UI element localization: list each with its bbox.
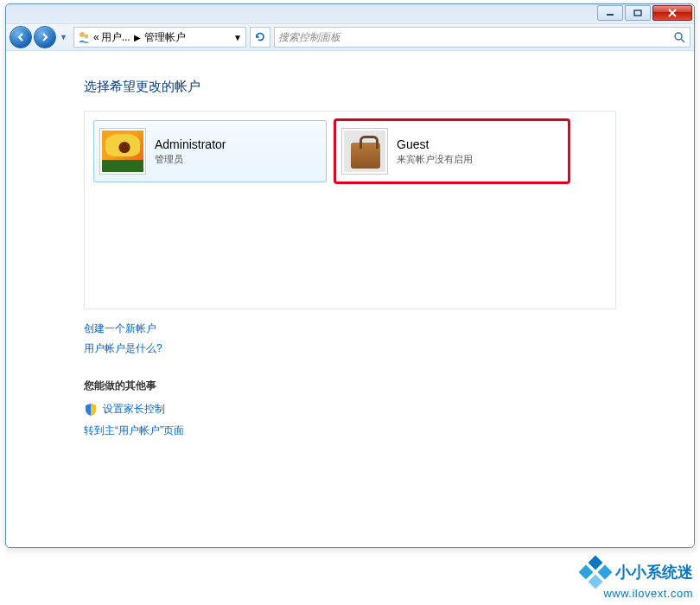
svg-point-2 — [80, 32, 85, 37]
watermark-logo: 小小系统迷 — [581, 557, 693, 587]
svg-rect-0 — [607, 14, 614, 16]
breadcrumb-item-2[interactable]: 管理帐户 — [144, 30, 186, 45]
shield-icon — [84, 403, 98, 417]
watermark-title: 小小系统迷 — [615, 562, 693, 583]
content-area: 选择希望更改的帐户 Administrator 管理员 Guest 来宾帐户没有… — [6, 51, 694, 461]
primary-links: 创建一个新帐户 用户帐户是什么? — [84, 322, 616, 356]
user-accounts-icon — [76, 29, 92, 45]
breadcrumb-sep-icon: ▶ — [132, 33, 143, 42]
svg-line-5 — [681, 39, 684, 42]
account-role: 来宾帐户没有启用 — [397, 153, 473, 166]
watermark-url: www.ilovext.com — [581, 587, 693, 600]
history-dropdown[interactable]: ▼ — [60, 33, 70, 41]
close-button[interactable] — [652, 5, 692, 21]
account-guest[interactable]: Guest 来宾帐户没有启用 — [335, 120, 569, 182]
page-heading: 选择希望更改的帐户 — [84, 79, 616, 95]
link-what-is-account[interactable]: 用户帐户是什么? — [84, 341, 616, 356]
watermark-diamond-icon — [581, 557, 610, 587]
forward-button[interactable] — [34, 26, 56, 48]
account-name: Guest — [397, 137, 473, 151]
account-picture — [341, 128, 388, 175]
search-input[interactable]: 搜索控制面板 — [274, 27, 690, 48]
control-panel-window: ▼ « 用户... ▶ 管理帐户 ▼ 搜索控制面板 选择希望更改的帐户 — [5, 3, 695, 548]
account-administrator[interactable]: Administrator 管理员 — [93, 120, 327, 182]
other-actions-label: 您能做的其他事 — [84, 379, 616, 393]
breadcrumb-item-1[interactable]: 用户... — [101, 30, 130, 45]
search-placeholder: 搜索控制面板 — [278, 30, 340, 45]
watermark: 小小系统迷 www.ilovext.com — [581, 557, 693, 600]
account-name: Administrator — [155, 137, 226, 151]
link-parental-controls[interactable]: 设置家长控制 — [103, 402, 165, 417]
titlebar — [6, 4, 694, 23]
account-text: Administrator 管理员 — [155, 137, 226, 166]
flower-icon — [102, 131, 143, 172]
suitcase-icon — [344, 131, 385, 172]
navigation-bar: ▼ « 用户... ▶ 管理帐户 ▼ 搜索控制面板 — [6, 23, 694, 51]
account-text: Guest 来宾帐户没有启用 — [397, 137, 473, 166]
account-role: 管理员 — [155, 153, 226, 166]
svg-point-3 — [85, 35, 89, 39]
minimize-button[interactable] — [597, 5, 623, 21]
search-icon — [672, 30, 686, 44]
link-create-account[interactable]: 创建一个新帐户 — [84, 322, 616, 336]
back-button[interactable] — [10, 26, 32, 48]
parental-controls-row: 设置家长控制 — [84, 402, 616, 417]
refresh-button[interactable] — [250, 27, 270, 48]
accounts-list: Administrator 管理员 Guest 来宾帐户没有启用 — [84, 111, 616, 309]
breadcrumb-prefix: « — [93, 31, 99, 43]
maximize-button[interactable] — [625, 5, 651, 21]
link-goto-main-accounts[interactable]: 转到主“用户帐户”页面 — [84, 424, 616, 438]
account-picture — [99, 128, 146, 175]
breadcrumb[interactable]: « 用户... ▶ 管理帐户 ▼ — [73, 27, 246, 48]
svg-point-4 — [675, 33, 682, 40]
svg-rect-1 — [634, 10, 641, 16]
breadcrumb-dropdown-icon[interactable]: ▼ — [232, 33, 244, 42]
